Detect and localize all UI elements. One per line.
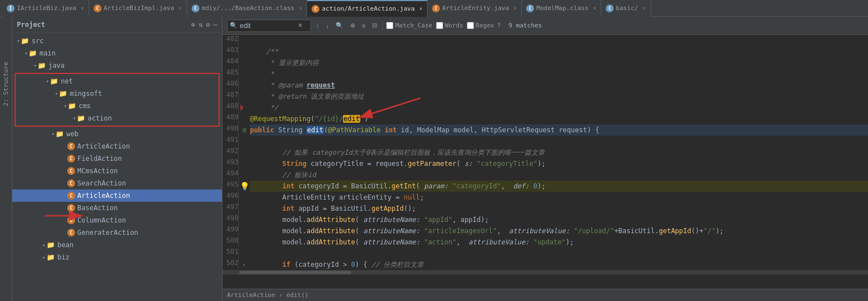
sidebar-title: Project [17, 21, 45, 29]
line-gutter-492 [239, 147, 250, 158]
tree-item-articleAction2[interactable]: C ArticleAction [12, 189, 222, 202]
tab-close-articleAction[interactable]: × [419, 6, 423, 12]
words-option[interactable]: Words [436, 22, 463, 29]
search-input-wrapper[interactable]: 🔍 ✕ [227, 20, 311, 32]
tree-item-baseAction[interactable]: C BaseAction [12, 202, 222, 214]
code-line-488: */ [250, 102, 868, 113]
tree-label-src: src [31, 37, 44, 45]
tree-item-action[interactable]: ▾ 📁 action [16, 112, 219, 124]
tree-label-web: web [66, 130, 78, 138]
tree-label-fieldAction: FieldAction [77, 155, 122, 163]
code-line-493: String categoryTitle = request.getParame… [250, 158, 868, 169]
tab-modelMap[interactable]: C ModelMap.class × [522, 0, 601, 17]
search-more-btn[interactable]: ⊕ [349, 22, 357, 29]
line-gutter-502: ▸ [239, 259, 250, 270]
scrollbar-thumb[interactable] [239, 271, 351, 274]
tab-close-basic[interactable]: × [643, 5, 646, 11]
tab-icon-articleAction: C [312, 5, 319, 13]
folder-icon-bean: 📁 [47, 241, 55, 249]
tab-iArticleBiz[interactable]: I IArticleBiz.java × [2, 0, 89, 17]
tree-label-net: net [61, 77, 73, 85]
line-number-498: 498 [222, 214, 239, 225]
svg-marker-0 [240, 104, 244, 111]
search-input[interactable] [240, 22, 296, 30]
code-line-501 [250, 248, 868, 259]
search-options-btn[interactable]: ≡ [360, 22, 367, 29]
tree-item-columnAction[interactable]: C ColumnAction [12, 214, 222, 226]
tab-close-modelMap[interactable]: × [593, 5, 596, 11]
words-checkbox[interactable] [436, 22, 443, 29]
tree-item-bean[interactable]: ▸ 📁 bean [12, 239, 222, 251]
table-row: 488 */ [222, 102, 868, 113]
tab-close-articleBizImpl[interactable]: × [179, 5, 182, 11]
horizontal-scrollbar[interactable] [222, 270, 868, 275]
search-clear-btn[interactable]: ✕ [296, 22, 304, 29]
code-container[interactable]: 482 483 /** 484 * 显示更新 [222, 35, 868, 289]
tree-item-java[interactable]: ▾ 📁 java [12, 59, 222, 72]
class-icon-fieldAction: C [67, 155, 75, 163]
tab-label-baseAction: mdiy/.../BaseAction.class [202, 4, 295, 12]
regex-option[interactable]: Regex ? [467, 22, 501, 29]
tab-basic[interactable]: C basic/ × [601, 0, 651, 17]
tree-item-articleAction1[interactable]: C ArticleAction [12, 140, 222, 152]
tree-item-web[interactable]: ▾ 📁 web [12, 128, 222, 140]
line-gutter-500 [239, 237, 250, 248]
code-line-500: model.addAttribute( attributeName: "acti… [250, 237, 868, 248]
tree-item-biz[interactable]: ▸ 📁 biz [12, 251, 222, 263]
tree-item-fieldAction[interactable]: C FieldAction [12, 152, 222, 165]
tab-label-iArticleBiz: IArticleBiz.java [17, 4, 76, 12]
tab-articleAction[interactable]: C action/ArticleAction.java × [307, 0, 428, 17]
tab-close-articleEntity[interactable]: × [513, 5, 517, 11]
line-number-502: 502 [222, 259, 239, 270]
tab-close-iArticleBiz[interactable]: × [81, 5, 84, 11]
search-bar: 🔍 ✕ ↑ ↓ 🔍 ⊕ ≡ ⊟ Match_Case Words Regex [222, 17, 868, 35]
tree-item-cms[interactable]: ▾ 📁 cms [16, 100, 219, 112]
tab-articleBizImpl[interactable]: C ArticleBizImpl.java × [89, 0, 187, 17]
line-gutter-496 [239, 192, 250, 203]
sidebar-settings-icon[interactable]: ⚙ [206, 21, 210, 29]
class-icon-baseAction: C [67, 204, 75, 212]
folder-icon-action: 📁 [77, 114, 85, 122]
tree-label-action: action [87, 114, 112, 122]
code-line-484: * 显示更新内容 [250, 57, 868, 68]
structure-label[interactable]: 2: Structure [2, 62, 10, 106]
search-filter-btn[interactable]: ⊟ [370, 22, 379, 29]
tree-arrow-mingsoft: ▾ [55, 91, 58, 96]
code-line-486: * @param request [250, 80, 868, 91]
line-gutter-489 [239, 113, 250, 124]
sidebar-sync-icon[interactable]: ⇅ [198, 21, 202, 29]
table-row: 502 ▸ if (categoryId > 0) { // 分类栏目文章 [222, 259, 868, 270]
tree-item-mcmsAction[interactable]: C MCmsAction [12, 165, 222, 177]
line-number-501: 501 [222, 248, 239, 259]
code-line-491 [250, 136, 868, 147]
sidebar-minimize-icon[interactable]: — [213, 21, 217, 29]
tree-item-net[interactable]: ▾ 📁 net [16, 75, 219, 87]
tab-label-articleAction: action/ArticleAction.java [322, 5, 415, 12]
folder-icon-java: 📁 [38, 62, 46, 70]
tab-baseAction[interactable]: C mdiy/.../BaseAction.class × [187, 0, 308, 17]
regex-checkbox[interactable] [467, 22, 474, 29]
match-case-checkbox[interactable] [386, 22, 393, 29]
line-number-482: 482 [222, 35, 239, 46]
tree-item-searchAction[interactable]: C SearchAction [12, 177, 222, 189]
tree-label-columnAction: ColumnAction [77, 216, 126, 224]
match-case-option[interactable]: Match_Case [386, 22, 432, 29]
sidebar-add-icon[interactable]: ⊕ [191, 21, 195, 29]
code-line-496: ArticleEntity articleEntity = null; [250, 192, 868, 203]
table-row: 484 * 显示更新内容 [222, 57, 868, 68]
tree-arrow-biz: ▸ [43, 254, 45, 260]
tab-label-modelMap: ModelMap.class [536, 4, 588, 12]
tree-item-mingsoft[interactable]: ▾ 📁 mingsoft [16, 87, 219, 100]
table-row: 496 ArticleEntity articleEntity = null; [222, 192, 868, 203]
search-find-btn[interactable]: 🔍 [334, 22, 345, 29]
tab-articleEntity[interactable]: C ArticleEntity.java × [428, 0, 522, 17]
line-number-500: 500 [222, 237, 239, 248]
search-prev-btn[interactable]: ↑ [314, 22, 321, 29]
search-next-btn[interactable]: ↓ [324, 22, 331, 29]
line-gutter-499 [239, 225, 250, 237]
tree-item-src[interactable]: ▾ 📁 src [12, 35, 222, 47]
tab-close-baseAction[interactable]: × [299, 5, 302, 11]
tree-item-main[interactable]: ▾ 📁 main [12, 47, 222, 59]
tree-item-generaterAction[interactable]: C GeneraterAction [12, 226, 222, 239]
folder-icon-main: 📁 [29, 49, 37, 57]
